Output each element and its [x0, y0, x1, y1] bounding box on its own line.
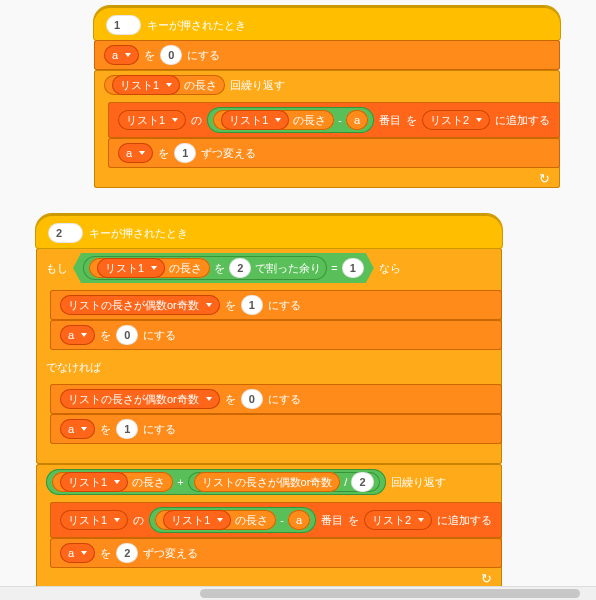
- when-key-pressed-hat[interactable]: 1 キーが押されたとき: [94, 6, 560, 40]
- list-dropdown[interactable]: リスト1: [60, 472, 128, 492]
- list-length-reporter[interactable]: リスト1 の長さ: [213, 110, 334, 130]
- repeat-block[interactable]: リスト1 の長さ + リストの長さが偶数or奇数 / 2 回繰り返す リスト1 …: [36, 464, 502, 588]
- number-input[interactable]: 1: [342, 258, 364, 278]
- key-dropdown[interactable]: 1: [106, 15, 141, 35]
- set-variable-block[interactable]: a を 0 にする: [94, 40, 560, 70]
- list-length-reporter[interactable]: リスト1 の長さ: [52, 472, 173, 492]
- set-variable-block[interactable]: リストの長さが偶数or奇数 を 1 にする: [50, 290, 502, 320]
- add-operator[interactable]: リスト1 の長さ + リストの長さが偶数or奇数 / 2: [46, 469, 386, 495]
- set-variable-block[interactable]: a を 1 にする: [50, 414, 502, 444]
- list-dropdown[interactable]: リスト1: [97, 258, 165, 278]
- repeat-block[interactable]: リスト1 の長さ 回繰り返す リスト1 の リスト1 の長さ -: [94, 70, 560, 188]
- variable-reporter[interactable]: a: [346, 110, 368, 130]
- list-dropdown[interactable]: リスト1: [163, 510, 231, 530]
- blocks-canvas[interactable]: 1 キーが押されたとき a を 0 にする リスト1 の長さ 回繰り返す リスト…: [0, 0, 596, 600]
- list-dropdown[interactable]: リスト1: [221, 110, 289, 130]
- number-input[interactable]: 2: [351, 472, 373, 492]
- key-dropdown[interactable]: 2: [48, 223, 83, 243]
- number-input[interactable]: 2: [116, 543, 138, 563]
- list-dropdown[interactable]: リスト1: [112, 75, 180, 95]
- change-variable-block[interactable]: a を 1 ずつ変える: [108, 138, 560, 168]
- else-label-row: でなければ: [36, 352, 502, 382]
- number-input[interactable]: 0: [241, 389, 263, 409]
- when-key-pressed-hat[interactable]: 2 キーが押されたとき: [36, 214, 502, 248]
- list-dropdown[interactable]: リスト2: [364, 510, 432, 530]
- hat-label: キーが押されたとき: [147, 18, 246, 33]
- list-length-reporter[interactable]: リスト1 の長さ: [155, 510, 276, 530]
- scrollbar-thumb[interactable]: [200, 589, 580, 598]
- variable-dropdown[interactable]: a: [104, 45, 139, 65]
- number-input[interactable]: 0: [160, 45, 182, 65]
- variable-dropdown[interactable]: a: [60, 325, 95, 345]
- loop-arrow-icon: ↻: [539, 171, 550, 186]
- loop-arrow-icon: ↻: [481, 571, 492, 586]
- set-variable-block[interactable]: リストの長さが偶数or奇数 を 0 にする: [50, 384, 502, 414]
- number-input[interactable]: 1: [174, 143, 196, 163]
- variable-dropdown[interactable]: a: [60, 419, 95, 439]
- variable-dropdown[interactable]: リストの長さが偶数or奇数: [60, 389, 220, 409]
- subtract-operator[interactable]: リスト1 の長さ - a: [207, 107, 374, 133]
- change-variable-block[interactable]: a を 2 ずつ変える: [50, 538, 502, 568]
- list-dropdown[interactable]: リスト1: [60, 510, 128, 530]
- variable-dropdown[interactable]: a: [60, 543, 95, 563]
- script-1[interactable]: 1 キーが押されたとき a を 0 にする リスト1 の長さ 回繰り返す リスト…: [94, 6, 560, 188]
- hat-label: キーが押されたとき: [89, 226, 188, 241]
- horizontal-scrollbar[interactable]: [0, 586, 596, 600]
- if-else-block[interactable]: もし リスト1 の長さ を 2 で割った余り = 1 なら: [36, 248, 502, 464]
- add-to-list-block[interactable]: リスト1 の リスト1 の長さ - a 番目 を リスト2 に追加する: [50, 502, 502, 538]
- equals-operator[interactable]: リスト1 の長さ を 2 で割った余り = 1: [73, 253, 374, 283]
- variable-dropdown[interactable]: リストの長さが偶数or奇数: [60, 295, 220, 315]
- list-length-reporter[interactable]: リスト1 の長さ: [104, 75, 225, 95]
- list-dropdown[interactable]: リスト2: [422, 110, 490, 130]
- subtract-operator[interactable]: リスト1 の長さ - a: [149, 507, 316, 533]
- variable-reporter[interactable]: リストの長さが偶数or奇数: [194, 472, 341, 492]
- number-input[interactable]: 0: [116, 325, 138, 345]
- list-dropdown[interactable]: リスト1: [118, 110, 186, 130]
- variable-reporter[interactable]: a: [288, 510, 310, 530]
- number-input[interactable]: 1: [241, 295, 263, 315]
- variable-dropdown[interactable]: a: [118, 143, 153, 163]
- list-length-reporter[interactable]: リスト1 の長さ: [89, 258, 210, 278]
- add-to-list-block[interactable]: リスト1 の リスト1 の長さ - a 番目 を リスト2 に追加する: [108, 102, 560, 138]
- mod-operator[interactable]: リスト1 の長さ を 2 で割った余り: [83, 256, 327, 280]
- divide-operator[interactable]: リストの長さが偶数or奇数 / 2: [188, 472, 380, 492]
- script-2[interactable]: 2 キーが押されたとき もし リスト1 の長さ を 2 で割った余り: [36, 214, 502, 588]
- number-input[interactable]: 2: [229, 258, 251, 278]
- number-input[interactable]: 1: [116, 419, 138, 439]
- set-variable-block[interactable]: a を 0 にする: [50, 320, 502, 350]
